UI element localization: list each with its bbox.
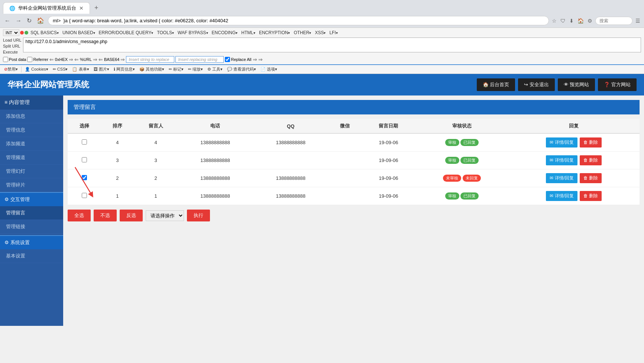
marks-button[interactable]: ✏ 标记▾ xyxy=(167,66,185,73)
page-info-button[interactable]: ℹ 网页信息▾ xyxy=(112,66,137,73)
cell-weixin xyxy=(329,187,362,205)
cell-phone: 13888888888 xyxy=(178,133,253,152)
deselect-button[interactable]: 不选 xyxy=(94,210,117,221)
tab-close-button[interactable]: ✕ xyxy=(79,5,84,11)
menu-other[interactable]: OTHER▾ xyxy=(292,29,313,36)
arrow-right-5: ⇒ xyxy=(258,56,263,62)
menu-encoding[interactable]: ENCODING▾ xyxy=(210,29,239,36)
new-tab-button[interactable]: + xyxy=(91,3,101,13)
replace-all-checkbox-label[interactable]: Replace All xyxy=(225,57,251,62)
options-button[interactable]: 📄 选项▾ xyxy=(259,66,279,73)
sidebar-item-basic-settings[interactable]: 基本设置 xyxy=(0,249,63,263)
select-all-button[interactable]: 全选 xyxy=(68,210,91,221)
search-input[interactable] xyxy=(595,17,632,25)
refresh-button[interactable]: ↻ xyxy=(25,16,33,25)
action-buttons: ✉ 详情/回复 🗑 删除 xyxy=(511,155,637,165)
inverse-select-button[interactable]: 反选 xyxy=(120,210,143,221)
execute-button[interactable]: 执行 xyxy=(187,210,210,221)
cell-status: 审核 已回复 xyxy=(415,187,508,205)
home-button[interactable]: 🏠 后台首页 xyxy=(477,78,515,91)
tab-favicon: 🌐 xyxy=(9,6,15,11)
images-button[interactable]: 🖼 图片▾ xyxy=(92,66,111,73)
forms-button[interactable]: 📋 表单▾ xyxy=(70,66,91,73)
tools-button[interactable]: ⚙ 工具▾ xyxy=(206,66,224,73)
sidebar-item-manage-info[interactable]: 管理信息 xyxy=(0,123,63,137)
menu-icon[interactable]: ☰ xyxy=(635,17,641,25)
arrow-right-4: ⇒ xyxy=(253,56,257,62)
delete-button[interactable]: 🗑 删除 xyxy=(580,155,602,165)
menu-encryption[interactable]: ENCRYPTION▾ xyxy=(258,29,291,36)
hackbar-type-select[interactable]: INT xyxy=(3,29,19,36)
menu-waf-bypass[interactable]: WAF BYPASS▾ xyxy=(176,29,210,36)
menu-xss[interactable]: XSS▾ xyxy=(313,29,327,36)
menu-union-based[interactable]: UNION BASED▾ xyxy=(61,29,97,36)
sidebar-system-section[interactable]: ⚙ 系统设置 xyxy=(0,235,63,249)
other-features-button[interactable]: 📦 其他功能▾ xyxy=(137,66,166,73)
split-url-button[interactable]: Split URL xyxy=(3,43,22,49)
row-checkbox-1[interactable] xyxy=(82,193,87,198)
insert-replace-input[interactable] xyxy=(126,56,174,63)
sidebar-item-manage-fragments[interactable]: 管理碎片 xyxy=(0,178,63,192)
download-icon[interactable]: ⬇ xyxy=(569,17,575,25)
cell-weixin xyxy=(329,169,362,187)
status-badge-audit: 审核 xyxy=(445,139,459,146)
sidebar-item-manage-channel[interactable]: 管理频道 xyxy=(0,151,63,165)
back-button[interactable]: ← xyxy=(3,17,12,25)
menu-lfi[interactable]: LFI▾ xyxy=(328,29,339,36)
sidebar-item-manage-slideshow[interactable]: 管理幻灯 xyxy=(0,165,63,178)
css-button[interactable]: ✏ CSS▾ xyxy=(51,66,70,72)
delete-button[interactable]: 🗑 删除 xyxy=(580,137,602,148)
row-checkbox-2[interactable] xyxy=(82,175,87,180)
sidebar-item-add-channel[interactable]: 添加频道 xyxy=(0,137,63,151)
sidebar-section-label: ≡ 内容管理 xyxy=(4,99,30,106)
page-title: 管理留言 xyxy=(74,104,96,110)
delete-button[interactable]: 🗑 删除 xyxy=(580,191,602,201)
settings-icon[interactable]: ⚙ xyxy=(587,17,593,25)
zoom-button[interactable]: ✏ 缩放▾ xyxy=(186,66,205,73)
sidebar-interactive-section[interactable]: ⚙ 交互管理 xyxy=(0,192,63,206)
url-input[interactable] xyxy=(48,16,549,25)
hackbar-url-input[interactable]: http://127.0.0.1/admin/cms_message.php xyxy=(23,38,641,52)
row-checkbox-3[interactable] xyxy=(82,157,87,162)
detail-reply-button[interactable]: ✉ 详情/回复 xyxy=(546,137,577,148)
tab-bar: 🌐 华科企业网站管理系统后台 ✕ + xyxy=(0,0,644,14)
detail-reply-button[interactable]: ✉ 详情/回复 xyxy=(546,173,577,183)
referrer-checkbox-label[interactable]: Referrer xyxy=(27,57,48,62)
menu-html[interactable]: HTML▾ xyxy=(240,29,257,36)
cell-phone: 13888888888 xyxy=(178,152,253,169)
preview-button[interactable]: 👁 预览网站 xyxy=(558,78,595,91)
menu-sql-basics[interactable]: SQL BASICS▾ xyxy=(29,29,60,36)
sidebar-content-section[interactable]: ≡ 内容管理 xyxy=(0,95,63,110)
bookmark-icon[interactable]: ☆ xyxy=(551,17,557,25)
col-order: 排序 xyxy=(101,119,134,133)
cookies-button[interactable]: 👤 Cookies▾ xyxy=(23,66,50,72)
forward-button[interactable]: → xyxy=(14,17,23,25)
view-source-button[interactable]: 💬 查看源代码▾ xyxy=(225,66,258,73)
post-data-checkbox-label[interactable]: Post data xyxy=(3,57,26,62)
load-url-button[interactable]: Load URL xyxy=(3,38,22,43)
disable-button[interactable]: ⊘禁用▾ xyxy=(2,66,20,73)
menu-error-double-query[interactable]: ERROR/DOUBLE QUERY▾ xyxy=(97,29,155,36)
replace-all-checkbox[interactable] xyxy=(225,57,230,62)
sidebar-item-manage-messages[interactable]: 管理留言 xyxy=(0,206,63,220)
cell-person: 1 xyxy=(134,187,178,205)
detail-reply-button[interactable]: ✉ 详情/回复 xyxy=(546,155,577,165)
sidebar-item-manage-links[interactable]: 管理链接 xyxy=(0,220,63,234)
table-body: 4 4 13888888888 13888888888 19-09-06 审核 … xyxy=(68,133,640,205)
home-button[interactable]: 🏠 xyxy=(35,16,46,25)
operation-select[interactable]: 请选择操作 xyxy=(146,210,184,221)
delete-button[interactable]: 🗑 删除 xyxy=(580,173,602,183)
official-button[interactable]: ❓ 官方网站 xyxy=(598,78,637,91)
detail-reply-button[interactable]: ✉ 详情/回复 xyxy=(546,191,577,201)
sidebar-item-add-info[interactable]: 添加信息 xyxy=(0,110,63,123)
status-badge-not-replied: 未回复 xyxy=(463,175,481,182)
active-tab[interactable]: 🌐 华科企业网站管理系统后台 ✕ xyxy=(3,2,90,14)
execute-button[interactable]: Execute xyxy=(3,49,22,55)
row-checkbox-4[interactable] xyxy=(82,139,87,145)
post-data-checkbox[interactable] xyxy=(3,57,8,62)
menu-tools[interactable]: TOOLS▾ xyxy=(155,29,175,36)
insert-replacing-input[interactable] xyxy=(175,56,224,63)
referrer-checkbox[interactable] xyxy=(27,57,32,62)
logout-button[interactable]: ↪ 安全退出 xyxy=(518,78,555,91)
home-icon[interactable]: 🏠 xyxy=(577,17,585,25)
